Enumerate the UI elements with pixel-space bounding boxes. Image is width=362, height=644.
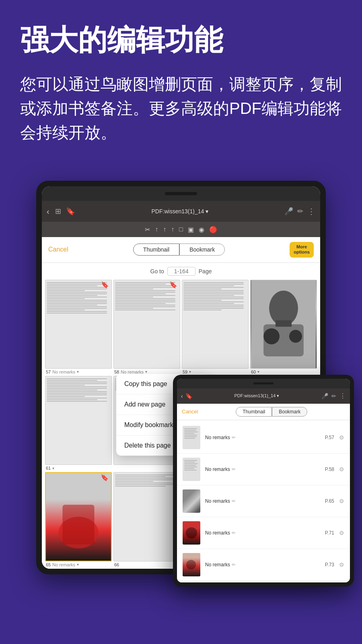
thumb-img-61 <box>45 376 112 465</box>
edit-icon-71[interactable]: ✏ <box>232 530 236 536</box>
bookmark-thumb-71 <box>183 521 200 545</box>
second-tablet-screen: ‹ 🔖 PDF:wissen13(1)_14 ▾ 🎤 ✏ ⋮ Cancel Th… <box>177 379 350 582</box>
sub-icon-8[interactable]: 🔴 <box>209 226 217 233</box>
back-icon[interactable]: ‹ <box>47 207 49 216</box>
mic-icon-2[interactable]: 🎤 <box>321 393 328 399</box>
sub-icon-2[interactable]: ↑ <box>155 226 158 233</box>
back-icon-2[interactable]: ‹ <box>181 393 183 399</box>
tab-thumbnail[interactable]: Thumbnail <box>133 244 179 256</box>
settings-icon-73[interactable]: ⚙ <box>339 561 344 568</box>
edit-icon-65[interactable]: ✏ <box>232 498 236 504</box>
toolbar-title-2: PDF:wissen13(1)_14 ▾ <box>195 393 319 398</box>
thumb-page-66[interactable]: 66 <box>113 472 180 567</box>
page-number-60: 60 <box>251 369 256 374</box>
svg-rect-8 <box>62 505 94 545</box>
grid-icon[interactable]: ⊞ <box>55 207 61 216</box>
dropdown-57[interactable]: ▾ <box>77 369 79 374</box>
more-icon-2[interactable]: ⋮ <box>339 392 346 400</box>
page-number-58: 58 <box>114 369 119 374</box>
tab-bookmark-2[interactable]: Bookmark <box>272 407 307 417</box>
thumb-page-60[interactable]: 60 ▾ <box>250 280 317 374</box>
edit-icon-58[interactable]: ✏ <box>232 466 236 472</box>
goto-input[interactable] <box>167 267 195 276</box>
thumb-page-59[interactable]: 59 ▾ <box>182 280 249 374</box>
bookmark-info-57: No remarks ✏ <box>205 435 320 440</box>
bookmark-name-57: No remarks ✏ <box>205 435 320 440</box>
pen-icon-2[interactable]: ✏ <box>331 393 336 399</box>
bookmark-item-57[interactable]: No remarks ✏ P.57 ⚙ <box>177 422 350 454</box>
bookmark-info-71: No remarks ✏ <box>205 530 320 536</box>
pen-icon[interactable]: ✏ <box>297 207 303 216</box>
page-label: Page <box>199 268 212 275</box>
mic-icon[interactable]: 🎤 <box>284 207 293 216</box>
svg-point-3 <box>263 328 280 344</box>
bookmark-item-71[interactable]: No remarks ✏ P.71 ⚙ <box>177 517 350 549</box>
thumb-img-57: 🔖 <box>45 280 112 369</box>
bookmark-info-73: No remarks ✏ <box>205 562 320 568</box>
svg-rect-5 <box>276 320 292 326</box>
subtitle-text: 您可以通过鸟瞰图增删页面，调整页序，复制或添加书签备注。更多高级的PDF编辑功能… <box>20 72 342 144</box>
bookmark-icon[interactable]: 🔖 <box>66 207 75 216</box>
sub-icon-5[interactable]: □ <box>179 226 183 233</box>
toolbar-actions-2: 🎤 ✏ ⋮ <box>321 392 346 400</box>
bookmark-name-58: No remarks ✏ <box>205 466 320 472</box>
thumb-page-57[interactable]: 🔖 57 <box>45 280 112 374</box>
settings-icon-58[interactable]: ⚙ <box>339 466 344 473</box>
device-container: ‹ ⊞ 🔖 PDF:wissen13(1)_14 ▾ 🎤 ✏ ⋮ ✂ ↑ ↑ ↑… <box>8 181 354 574</box>
edit-icon-57[interactable]: ✏ <box>232 435 236 440</box>
bookmark-info-58: No remarks ✏ <box>205 466 320 472</box>
bookmark-thumb-73 <box>183 553 200 576</box>
bookmark-list: No remarks ✏ P.57 ⚙ <box>177 420 350 582</box>
dropdown-61[interactable]: ▾ <box>52 466 54 471</box>
remarks-58: No remarks <box>121 369 144 374</box>
thumb-img-60 <box>250 280 317 369</box>
tab-group: Thumbnail Bookmark <box>68 244 290 256</box>
bookmark-item-73[interactable]: No remarks ✏ P.73 ⚙ <box>177 549 350 581</box>
remarks-65: No remarks <box>52 562 75 567</box>
status-bar <box>42 186 320 201</box>
settings-icon-65[interactable]: ⚙ <box>339 498 344 504</box>
toolbar-actions: 🎤 ✏ ⋮ <box>284 206 315 216</box>
more-icon[interactable]: ⋮ <box>307 206 315 216</box>
bookmark-icon-58: 🔖 <box>169 281 177 289</box>
settings-icon-57[interactable]: ⚙ <box>339 434 344 441</box>
thumb-img-65: 🔖 <box>45 472 112 561</box>
bookmark-icon-65: 🔖 <box>101 474 109 481</box>
tab-thumbnail-2[interactable]: Thumbnail <box>236 407 272 417</box>
thumb-page-61[interactable]: 61 ▾ <box>45 376 112 471</box>
sub-icon-1[interactable]: ✂ <box>145 226 150 233</box>
thumb-art-60 <box>251 280 317 368</box>
sub-toolbar: ✂ ↑ ↑ ↑ □ ▣ ◉ 🔴 <box>42 222 320 237</box>
thumb-img-58: 🔖 <box>113 280 180 369</box>
bookmark-page-71: P.71 <box>325 530 334 536</box>
thumb-page-58[interactable]: 🔖 58 No remar <box>113 280 180 374</box>
sub-icon-3[interactable]: ↑ <box>163 226 166 233</box>
bookmark-page-65: P.65 <box>325 498 334 504</box>
tab-bookmark[interactable]: Bookmark <box>179 244 225 256</box>
second-tablet: ‹ 🔖 PDF:wissen13(1)_14 ▾ 🎤 ✏ ⋮ Cancel Th… <box>173 375 354 586</box>
bookmark-item-65[interactable]: No remarks ✏ P.65 ⚙ <box>177 485 350 517</box>
bookmark-thumb-57 <box>183 426 200 449</box>
page-number-57: 57 <box>46 369 51 374</box>
bookmark-item-58[interactable]: No remarks ✏ P.58 ⚙ <box>177 454 350 485</box>
status-bar-2 <box>177 379 350 388</box>
dropdown-58[interactable]: ▾ <box>145 369 147 374</box>
sub-icon-7[interactable]: ◉ <box>199 226 204 233</box>
edit-icon-73[interactable]: ✏ <box>232 562 236 568</box>
cancel-button[interactable]: Cancel <box>48 246 68 253</box>
settings-icon-71[interactable]: ⚙ <box>339 530 344 536</box>
page-number-65: 65 <box>46 562 51 567</box>
app-toolbar: ‹ ⊞ 🔖 PDF:wissen13(1)_14 ▾ 🎤 ✏ ⋮ <box>42 201 320 222</box>
sub-icon-6[interactable]: ▣ <box>188 226 194 233</box>
panel-header-2: Cancel Thumbnail Bookmark <box>177 404 350 420</box>
panel-header: Cancel Thumbnail Bookmark Moreoptions <box>42 237 320 262</box>
sub-icon-4[interactable]: ↑ <box>171 226 174 233</box>
dropdown-65[interactable]: ▾ <box>77 562 79 567</box>
dropdown-59[interactable]: ▾ <box>189 369 191 374</box>
bookmark-page-58: P.58 <box>325 466 334 472</box>
thumb-page-65[interactable]: 🔖 65 No remarks <box>45 472 112 567</box>
cancel-button-2[interactable]: Cancel <box>182 409 198 415</box>
more-options-button[interactable]: Moreoptions <box>290 242 314 257</box>
dropdown-60[interactable]: ▾ <box>257 369 259 374</box>
bookmark-icon-2[interactable]: 🔖 <box>185 393 192 399</box>
